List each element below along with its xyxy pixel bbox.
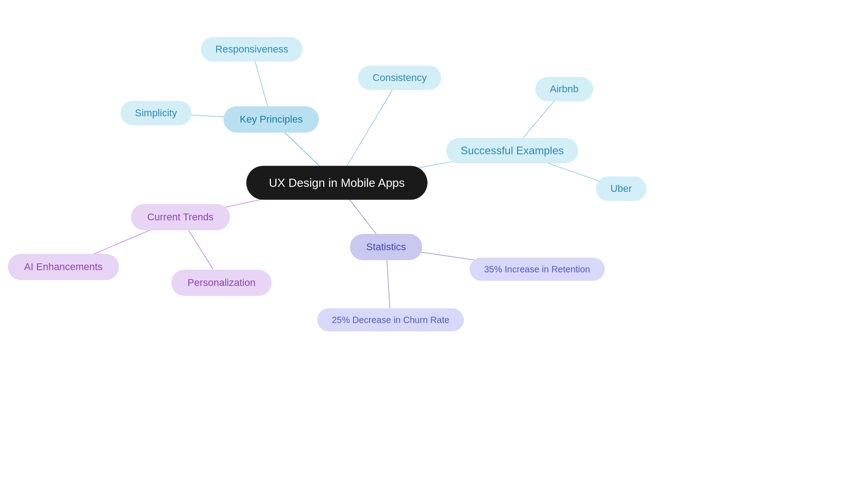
node-center: UX Design in Mobile Apps <box>246 166 428 200</box>
node-retention: 35% Increase in Retention <box>470 258 605 281</box>
node-successful-examples: Successful Examples <box>446 138 578 163</box>
node-uber: Uber <box>596 176 646 201</box>
node-ai-enhancements: AI Enhancements <box>8 254 119 280</box>
node-key-principles: Key Principles <box>223 106 319 133</box>
mind-map: UX Design in Mobile Apps Key Principles … <box>0 0 868 490</box>
node-current-trends: Current Trends <box>131 204 230 230</box>
node-statistics: Statistics <box>350 234 422 260</box>
node-airbnb: Airbnb <box>535 77 593 101</box>
node-responsiveness: Responsiveness <box>201 37 302 62</box>
node-personalization: Personalization <box>171 270 272 296</box>
node-simplicity: Simplicity <box>121 101 192 125</box>
node-consistency: Consistency <box>358 66 441 90</box>
node-churn-rate: 25% Decrease in Churn Rate <box>317 309 464 332</box>
